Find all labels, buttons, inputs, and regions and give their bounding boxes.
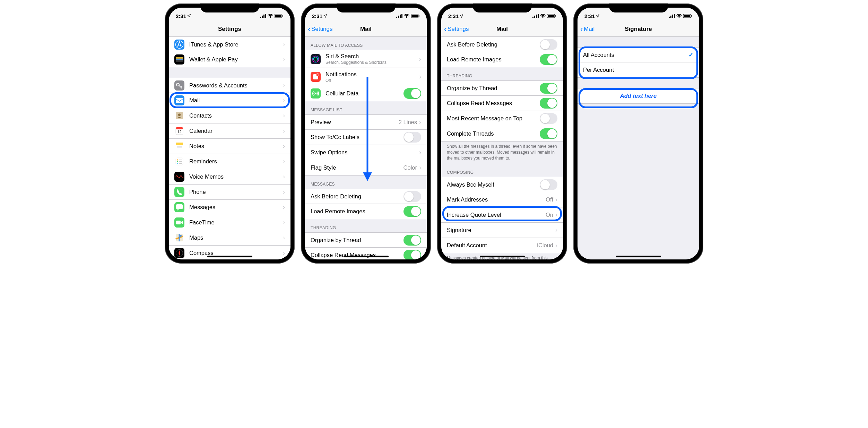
toggle-switch[interactable]: [540, 113, 557, 124]
row-ask-before-deleting[interactable]: Ask Before Deleting: [441, 37, 563, 52]
section-header: THREADING: [305, 219, 427, 232]
toggle-switch[interactable]: [403, 132, 421, 143]
voice-icon-slot: [174, 172, 184, 182]
row-maps[interactable]: Maps›: [169, 230, 290, 246]
svg-rect-86: [672, 15, 673, 18]
toggle-switch[interactable]: [403, 235, 421, 246]
toggle-switch[interactable]: [540, 179, 557, 190]
row-flag-style[interactable]: Flag StyleColor›: [305, 160, 427, 176]
row-label: Increase Quote Level: [447, 212, 546, 218]
mail-icon: [174, 95, 184, 105]
location-icon: [187, 14, 191, 18]
row-phone[interactable]: Phone›: [169, 185, 290, 200]
row-notes[interactable]: Notes›: [169, 139, 290, 154]
back-button[interactable]: ‹ Mail: [578, 25, 594, 33]
row-show-to-cc-labels[interactable]: Show To/Cc Labels: [305, 130, 427, 145]
row-itunes-app-store[interactable]: iTunes & App Store›: [169, 37, 290, 52]
row-voice-memos[interactable]: Voice Memos›: [169, 169, 290, 185]
row-collapse-read-messages[interactable]: Collapse Read Messages: [305, 248, 427, 259]
toggle-switch[interactable]: [540, 39, 557, 50]
row-all-accounts[interactable]: All Accounts ✓: [578, 47, 699, 62]
mail-settings-list[interactable]: ALLOW MAIL TO ACCESSSiri & SearchSearch,…: [305, 37, 427, 259]
toggle-switch[interactable]: [403, 250, 421, 259]
maps-icon: [174, 233, 184, 243]
svg-rect-85: [670, 16, 671, 18]
location-icon: [323, 14, 327, 18]
row-calendar[interactable]: 12Calendar›: [169, 123, 290, 139]
chevron-right-icon: ›: [419, 164, 421, 171]
back-button[interactable]: ‹ Settings: [305, 25, 332, 33]
mail-icon-slot: [174, 95, 184, 105]
svg-point-32: [177, 160, 178, 161]
row-complete-threads[interactable]: Complete Threads: [441, 126, 563, 142]
siri-icon: [311, 54, 321, 64]
mail-settings-list-scrolled[interactable]: Ask Before DeletingLoad Remote ImagesTHR…: [441, 37, 563, 259]
settings-list[interactable]: iTunes & App Store›Wallet & Apple Pay›Pa…: [169, 37, 290, 259]
row-notifications[interactable]: NotificationsOff›: [305, 68, 427, 86]
chevron-right-icon: ›: [419, 73, 421, 80]
row-load-remote-images[interactable]: Load Remote Images: [305, 204, 427, 219]
row-increase-quote-level[interactable]: Increase Quote LevelOn›: [441, 207, 563, 223]
row-label: iTunes & App Store: [189, 41, 283, 48]
row-swipe-options[interactable]: Swipe Options›: [305, 145, 427, 160]
row-label: Show To/Cc Labels: [311, 134, 403, 140]
row-collapse-read-messages[interactable]: Collapse Read Messages: [441, 96, 563, 111]
svg-point-20: [178, 114, 181, 116]
chevron-right-icon: ›: [283, 127, 285, 135]
row-compass[interactable]: Compass›: [169, 246, 290, 259]
location-icon: [459, 14, 463, 18]
row-cellular-data[interactable]: Cellular Data: [305, 86, 427, 101]
svg-rect-23: [176, 127, 183, 129]
row-default-account[interactable]: Default AccountiCloud›: [441, 238, 563, 253]
row-facetime[interactable]: FaceTime›: [169, 215, 290, 230]
svg-rect-82: [548, 15, 554, 17]
svg-rect-64: [419, 15, 419, 17]
row-label: Notifications: [326, 71, 419, 78]
row-passwords-accounts[interactable]: Passwords & Accounts›: [169, 78, 290, 93]
svg-rect-78: [536, 15, 537, 18]
row-per-account[interactable]: Per Account: [578, 62, 699, 78]
row-siri-search[interactable]: Siri & SearchSearch, Suggestions & Short…: [305, 50, 427, 68]
row-ask-before-deleting[interactable]: Ask Before Deleting: [305, 189, 427, 204]
home-indicator[interactable]: [480, 256, 525, 257]
svg-rect-57: [396, 17, 397, 18]
reminders-icon-slot: [174, 156, 184, 166]
row-preview[interactable]: Preview2 Lines›: [305, 114, 427, 130]
row-messages[interactable]: Messages›: [169, 200, 290, 215]
row-organize-by-thread[interactable]: Organize by Thread: [441, 80, 563, 96]
row-load-remote-images[interactable]: Load Remote Images: [441, 52, 563, 67]
home-indicator[interactable]: [344, 256, 389, 257]
toggle-switch[interactable]: [540, 83, 557, 94]
svg-rect-6: [275, 15, 281, 17]
row-label: Contacts: [189, 112, 283, 119]
toggle-switch[interactable]: [540, 128, 557, 139]
nav-bar: ‹ Mail Signature: [578, 22, 699, 37]
cell-icon: [311, 88, 321, 99]
chevron-right-icon: ›: [419, 149, 421, 156]
signature-text-field[interactable]: Add text here: [578, 88, 699, 104]
row-always-bcc-myself[interactable]: Always Bcc Myself: [441, 177, 563, 192]
home-indicator[interactable]: [207, 256, 252, 257]
row-label: Organize by Thread: [447, 85, 540, 92]
toggle-switch[interactable]: [403, 206, 421, 217]
row-mail[interactable]: Mail›: [169, 93, 290, 108]
row-contacts[interactable]: Contacts›: [169, 108, 290, 123]
home-indicator[interactable]: [616, 256, 661, 257]
toggle-switch[interactable]: [540, 98, 557, 109]
row-wallet-apple-pay[interactable]: Wallet & Apple Pay›: [169, 52, 290, 67]
messages-icon: [174, 202, 184, 212]
toggle-switch[interactable]: [403, 88, 421, 99]
row-reminders[interactable]: Reminders›: [169, 154, 290, 169]
toggle-switch[interactable]: [540, 54, 557, 65]
row-most-recent-message-on-top[interactable]: Most Recent Message on Top: [441, 111, 563, 126]
battery-icon: [411, 14, 420, 18]
row-organize-by-thread[interactable]: Organize by Thread: [305, 232, 427, 248]
svg-rect-0: [260, 17, 261, 18]
row-mark-addresses[interactable]: Mark AddressesOff›: [441, 192, 563, 207]
chevron-right-icon: ›: [283, 97, 285, 104]
back-button[interactable]: ‹ Settings: [441, 25, 469, 33]
toggle-switch[interactable]: [403, 191, 421, 202]
chevron-left-icon: ‹: [444, 25, 447, 33]
row-signature[interactable]: Signature›: [441, 223, 563, 238]
svg-rect-42: [176, 221, 181, 224]
